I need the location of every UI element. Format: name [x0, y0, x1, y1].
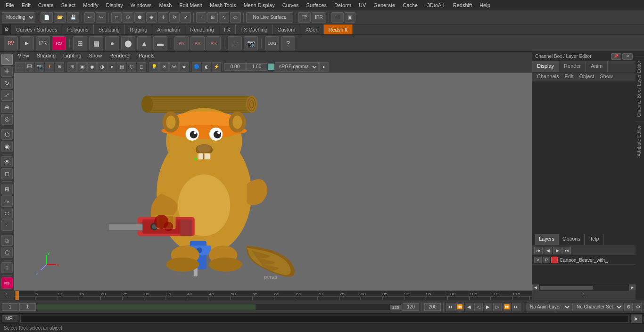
vp-menu-panels[interactable]: Panels: [135, 52, 158, 61]
rotate-tool-btn[interactable]: ↻: [1, 78, 13, 89]
vp-light2-icon[interactable]: ☀: [159, 62, 169, 72]
menu-mesh-display[interactable]: Mesh Display: [240, 1, 279, 9]
vp-walk-icon[interactable]: 🚶: [45, 62, 54, 72]
soft-select-tool-btn[interactable]: ◎: [1, 114, 13, 125]
shelf-icon-rs1[interactable]: RS: [52, 36, 66, 50]
scale-tool-btn[interactable]: ⤢: [1, 90, 13, 101]
redo-btn[interactable]: ↪: [96, 12, 106, 23]
shelf-icon-pr3[interactable]: PR: [206, 36, 221, 50]
vp-shading5-icon[interactable]: ⬡: [127, 62, 136, 72]
anim-settings-btn[interactable]: ⚙: [634, 303, 642, 311]
vp-menu-renderer[interactable]: Renderer: [106, 52, 135, 61]
menu-curves[interactable]: Curves: [279, 1, 303, 9]
isolate-btn[interactable]: ◻: [1, 168, 13, 179]
shelf-tab-curves-surfaces[interactable]: Curves / Surfaces: [11, 24, 62, 34]
shelf-tab-custom[interactable]: Custom: [273, 24, 301, 34]
layer-next-next-btn[interactable]: ⏭: [562, 247, 571, 254]
char-set-settings-btn[interactable]: ⚙: [624, 303, 633, 311]
menu-display[interactable]: Display: [102, 1, 127, 9]
pb-reverse-btn[interactable]: ◁: [474, 303, 483, 311]
lasso-btn[interactable]: ⬡: [123, 12, 133, 23]
vp-cam2-icon[interactable]: 📷: [35, 62, 44, 72]
menu-edit[interactable]: Edit: [18, 1, 34, 9]
open-scene-btn[interactable]: 📂: [54, 12, 66, 23]
shelf-tab-redshift[interactable]: Redshift: [324, 24, 353, 34]
layers-tab-layers[interactable]: Layers: [535, 234, 559, 245]
rotate-btn[interactable]: ↻: [169, 12, 180, 23]
shelf-icon-grid1[interactable]: ⊞: [73, 36, 87, 50]
vp-quality-icon[interactable]: ★: [179, 62, 189, 72]
select-btn[interactable]: ◻: [111, 12, 122, 23]
soft-sel-btn[interactable]: ◉: [146, 12, 157, 23]
snap-surface-btn2[interactable]: ⬭: [1, 208, 13, 219]
snap-curve-btn[interactable]: ∿: [219, 12, 229, 23]
layer-playback-0[interactable]: P: [543, 257, 550, 263]
layer-next-btn[interactable]: ▶: [553, 247, 561, 254]
shelf-icon-help[interactable]: ?: [281, 36, 295, 50]
move-tool-btn[interactable]: ✛: [1, 66, 13, 77]
snap-grid-btn2[interactable]: ⊞: [1, 184, 13, 195]
shelf-icon-ipr1[interactable]: ▶: [20, 36, 34, 50]
shelf-icon-log[interactable]: LOG: [265, 36, 279, 50]
shelf-icon-pr1[interactable]: PR: [174, 36, 189, 50]
overlay-value1-input[interactable]: [224, 63, 246, 71]
vp-cam-icon[interactable]: 🎥: [15, 62, 25, 72]
snap-point-btn[interactable]: ·: [196, 12, 206, 23]
vp-shading1-icon[interactable]: ◉: [87, 62, 97, 72]
menu-3dtoll[interactable]: -3DtoAll-: [421, 1, 449, 9]
display-render-btn[interactable]: ⬛: [331, 12, 344, 23]
viewport-canvas[interactable]: x y z persp: [14, 73, 532, 291]
cb-tab-display[interactable]: Display: [532, 61, 559, 72]
snap-surface-btn[interactable]: ⬭: [230, 12, 241, 23]
menu-select[interactable]: Select: [58, 1, 80, 9]
edge-tab-channel-box[interactable]: Channel Box / Layer Editor: [636, 57, 644, 121]
new-scene-btn[interactable]: 📄: [41, 12, 53, 23]
scroll-thumb[interactable]: [540, 286, 593, 290]
vp-dof-icon[interactable]: ◐: [202, 62, 211, 72]
menu-mesh-tools[interactable]: Mesh Tools: [206, 1, 239, 9]
vp-poly-icon[interactable]: ▣: [77, 62, 87, 72]
vp-ssr-icon[interactable]: 🔵: [192, 62, 201, 72]
shelf-tab-rendering[interactable]: Rendering: [185, 24, 219, 34]
mel-input[interactable]: [20, 315, 629, 323]
menu-uv[interactable]: UV: [355, 1, 370, 9]
undo-btn[interactable]: ↩: [84, 12, 95, 23]
layer-visibility-0[interactable]: V: [534, 257, 542, 263]
range-end-marker[interactable]: 120: [390, 305, 401, 310]
shelf-icon-cylinder[interactable]: ⬤: [121, 36, 135, 50]
no-live-surface-btn[interactable]: No Live Surface: [246, 12, 293, 23]
vp-color-space-icon[interactable]: [268, 64, 274, 70]
snap-point-btn2[interactable]: ·: [1, 219, 13, 231]
shelf-icon-plane[interactable]: ▬: [153, 36, 167, 50]
menu-deform[interactable]: Deform: [330, 1, 355, 9]
vp-shading2-icon[interactable]: ◑: [97, 62, 107, 72]
vp-aim-icon[interactable]: ⊕: [55, 62, 64, 72]
layers-tab-help[interactable]: Help: [585, 234, 603, 245]
paint-select-btn[interactable]: ◉: [1, 141, 13, 152]
menu-cache[interactable]: Cache: [399, 1, 421, 9]
vp-shading4-icon[interactable]: ▤: [117, 62, 126, 72]
layer-name-0[interactable]: Cartoon_Beaver_with_: [560, 258, 608, 263]
shelf-icon-cam2[interactable]: 📷: [244, 36, 258, 50]
pb-prev-frame-btn[interactable]: ◀: [465, 303, 473, 311]
vp-shading6-icon[interactable]: ◻: [137, 62, 146, 72]
pb-play-btn[interactable]: ▶: [484, 303, 492, 311]
overlay-value2-input[interactable]: [246, 63, 267, 71]
vp-light1-icon[interactable]: 💡: [149, 62, 159, 72]
layer-prev-btn[interactable]: ◀: [544, 247, 552, 254]
shelf-tab-polygons[interactable]: Polygons: [62, 24, 93, 34]
shelf-icon-rv[interactable]: RV: [4, 36, 18, 50]
display-layers-btn[interactable]: ≡: [1, 262, 13, 274]
shelf-tab-rigging[interactable]: Rigging: [125, 24, 152, 34]
edge-tab-attribute-editor[interactable]: Attribute Editor: [636, 121, 644, 160]
menu-generate[interactable]: Generate: [370, 1, 399, 9]
scroll-track[interactable]: [540, 286, 628, 290]
anim-layer-selector[interactable]: No Anim Layer: [526, 303, 571, 311]
shelf-icon-sphere[interactable]: ●: [105, 36, 119, 50]
vp-expand-icon[interactable]: ▸: [319, 62, 329, 72]
node-editor-btn[interactable]: ⧉: [1, 235, 13, 246]
scale-btn[interactable]: ⤢: [181, 12, 191, 23]
menu-windows[interactable]: Windows: [127, 1, 156, 9]
shelf-tab-fx-caching[interactable]: FX Caching: [236, 24, 272, 34]
mode-selector[interactable]: Modeling: [2, 12, 35, 23]
